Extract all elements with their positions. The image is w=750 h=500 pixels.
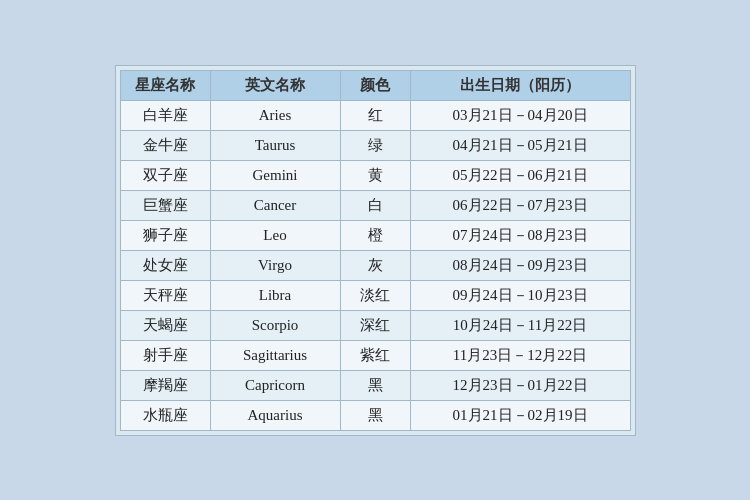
cell-chinese: 巨蟹座 bbox=[120, 190, 210, 220]
cell-english: Taurus bbox=[210, 130, 340, 160]
zodiac-table: 星座名称 英文名称 颜色 出生日期（阳历） 白羊座Aries红03月21日－04… bbox=[120, 70, 631, 431]
cell-chinese: 天蝎座 bbox=[120, 310, 210, 340]
table-row: 双子座Gemini黄05月22日－06月21日 bbox=[120, 160, 630, 190]
table-row: 天秤座Libra淡红09月24日－10月23日 bbox=[120, 280, 630, 310]
cell-chinese: 双子座 bbox=[120, 160, 210, 190]
cell-color: 绿 bbox=[340, 130, 410, 160]
cell-color: 黑 bbox=[340, 370, 410, 400]
table-row: 水瓶座Aquarius黑01月21日－02月19日 bbox=[120, 400, 630, 430]
cell-color: 淡红 bbox=[340, 280, 410, 310]
cell-english: Virgo bbox=[210, 250, 340, 280]
table-row: 射手座Sagittarius紫红11月23日－12月22日 bbox=[120, 340, 630, 370]
cell-date: 04月21日－05月21日 bbox=[410, 130, 630, 160]
cell-chinese: 射手座 bbox=[120, 340, 210, 370]
cell-english: Scorpio bbox=[210, 310, 340, 340]
cell-date: 08月24日－09月23日 bbox=[410, 250, 630, 280]
cell-color: 黑 bbox=[340, 400, 410, 430]
cell-english: Sagittarius bbox=[210, 340, 340, 370]
cell-date: 01月21日－02月19日 bbox=[410, 400, 630, 430]
cell-date: 07月24日－08月23日 bbox=[410, 220, 630, 250]
cell-date: 11月23日－12月22日 bbox=[410, 340, 630, 370]
cell-chinese: 水瓶座 bbox=[120, 400, 210, 430]
cell-chinese: 狮子座 bbox=[120, 220, 210, 250]
header-english: 英文名称 bbox=[210, 70, 340, 100]
header-date: 出生日期（阳历） bbox=[410, 70, 630, 100]
table-row: 处女座Virgo灰08月24日－09月23日 bbox=[120, 250, 630, 280]
table-row: 白羊座Aries红03月21日－04月20日 bbox=[120, 100, 630, 130]
cell-date: 06月22日－07月23日 bbox=[410, 190, 630, 220]
cell-chinese: 处女座 bbox=[120, 250, 210, 280]
cell-english: Cancer bbox=[210, 190, 340, 220]
table-body: 白羊座Aries红03月21日－04月20日金牛座Taurus绿04月21日－0… bbox=[120, 100, 630, 430]
table-row: 天蝎座Scorpio深红10月24日－11月22日 bbox=[120, 310, 630, 340]
zodiac-table-container: 星座名称 英文名称 颜色 出生日期（阳历） 白羊座Aries红03月21日－04… bbox=[115, 65, 636, 436]
header-color: 颜色 bbox=[340, 70, 410, 100]
cell-english: Aquarius bbox=[210, 400, 340, 430]
table-header-row: 星座名称 英文名称 颜色 出生日期（阳历） bbox=[120, 70, 630, 100]
cell-chinese: 天秤座 bbox=[120, 280, 210, 310]
cell-color: 黄 bbox=[340, 160, 410, 190]
cell-english: Aries bbox=[210, 100, 340, 130]
cell-color: 紫红 bbox=[340, 340, 410, 370]
cell-chinese: 白羊座 bbox=[120, 100, 210, 130]
cell-english: Libra bbox=[210, 280, 340, 310]
table-row: 摩羯座Capricorn黑12月23日－01月22日 bbox=[120, 370, 630, 400]
cell-date: 03月21日－04月20日 bbox=[410, 100, 630, 130]
cell-chinese: 金牛座 bbox=[120, 130, 210, 160]
table-row: 狮子座Leo橙07月24日－08月23日 bbox=[120, 220, 630, 250]
cell-color: 白 bbox=[340, 190, 410, 220]
cell-date: 10月24日－11月22日 bbox=[410, 310, 630, 340]
cell-color: 橙 bbox=[340, 220, 410, 250]
cell-date: 12月23日－01月22日 bbox=[410, 370, 630, 400]
cell-color: 红 bbox=[340, 100, 410, 130]
cell-color: 深红 bbox=[340, 310, 410, 340]
cell-color: 灰 bbox=[340, 250, 410, 280]
cell-english: Leo bbox=[210, 220, 340, 250]
cell-date: 05月22日－06月21日 bbox=[410, 160, 630, 190]
table-row: 巨蟹座Cancer白06月22日－07月23日 bbox=[120, 190, 630, 220]
cell-english: Gemini bbox=[210, 160, 340, 190]
table-row: 金牛座Taurus绿04月21日－05月21日 bbox=[120, 130, 630, 160]
cell-english: Capricorn bbox=[210, 370, 340, 400]
cell-date: 09月24日－10月23日 bbox=[410, 280, 630, 310]
header-chinese: 星座名称 bbox=[120, 70, 210, 100]
cell-chinese: 摩羯座 bbox=[120, 370, 210, 400]
